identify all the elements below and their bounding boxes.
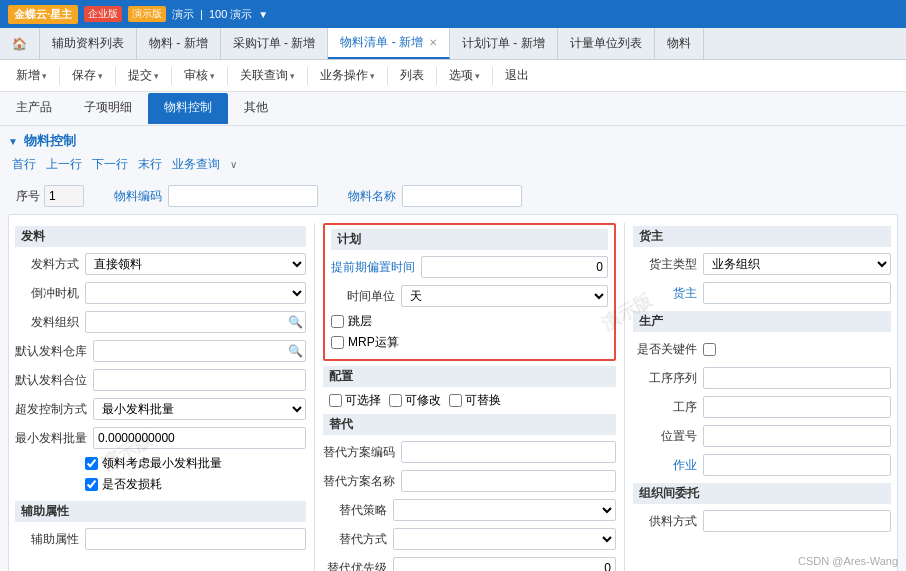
time-unit-select[interactable]: 天 (401, 285, 608, 307)
advance-period-input[interactable] (421, 256, 608, 278)
alt-priority-input[interactable] (393, 557, 616, 571)
modifiable-checkbox[interactable] (389, 394, 402, 407)
tab-purchase-new[interactable]: 采购订单 - 新增 (221, 28, 329, 59)
is-key-part-checkbox[interactable] (703, 343, 716, 356)
replaceable-label[interactable]: 可替换 (465, 392, 501, 409)
aux-input[interactable] (85, 528, 306, 550)
issue-method-select[interactable]: 直接领料 (85, 253, 306, 275)
supply-method-input[interactable] (703, 510, 891, 532)
default-bin-input[interactable] (93, 369, 306, 391)
issue-section-header: 发料 (15, 226, 306, 247)
sep-8 (492, 67, 493, 85)
top-header-area: 序号 物料编码 物料名称 (8, 181, 898, 211)
alt-code-input[interactable] (401, 441, 616, 463)
issue-org-search-icon[interactable]: 🔍 (285, 312, 305, 332)
is-issue-loss-checkbox[interactable] (85, 478, 98, 491)
issue-org-input-wrapper: 🔍 (85, 311, 306, 333)
biz-op-button[interactable]: 业务操作 ▾ (312, 63, 383, 88)
plan-section: 计划 提前期偏置时间 时间单位 天 跳层 (323, 223, 616, 361)
material-name-input[interactable] (402, 185, 522, 207)
top-bar-count-val: 100 演示 (209, 7, 252, 22)
tab-material-new[interactable]: 物料 - 新增 (137, 28, 221, 59)
alt-strategy-select[interactable] (393, 499, 616, 521)
save-button[interactable]: 保存 ▾ (64, 63, 111, 88)
modifiable-label[interactable]: 可修改 (405, 392, 441, 409)
tab-bom-close-icon[interactable]: ✕ (429, 37, 437, 48)
supplier-type-row: 货主类型 业务组织 (633, 252, 891, 276)
issue-org-label: 发料组织 (15, 314, 85, 331)
process-input[interactable] (703, 396, 891, 418)
task-input[interactable] (703, 454, 891, 476)
skip-level-label[interactable]: 跳层 (348, 313, 372, 330)
nav-last-row[interactable]: 末行 (138, 156, 162, 173)
consider-min-qty-checkbox[interactable] (85, 457, 98, 470)
tab-purchase-new-label: 采购订单 - 新增 (233, 35, 316, 52)
biz-op-arrow-icon: ▾ (370, 71, 375, 81)
skip-level-checkbox[interactable] (331, 315, 344, 328)
tab-other[interactable]: 其他 (228, 93, 284, 124)
related-query-arrow-icon: ▾ (290, 71, 295, 81)
selectable-checkbox[interactable] (329, 394, 342, 407)
consider-min-qty-label[interactable]: 领料考虑最小发料批量 (102, 455, 222, 472)
mrp-calc-checkbox[interactable] (331, 336, 344, 349)
replaceable-checkbox[interactable] (449, 394, 462, 407)
tab-sub-detail[interactable]: 子项明细 (68, 93, 148, 124)
min-qty-value: 0.0000000000 (93, 427, 306, 449)
tab-material[interactable]: 物料 (655, 28, 704, 59)
is-key-part-label: 是否关键件 (633, 341, 703, 358)
exit-button[interactable]: 退出 (497, 63, 537, 88)
alt-method-select[interactable] (393, 528, 616, 550)
tab-bom-new[interactable]: 物料清单 - 新增 ✕ (328, 28, 450, 59)
process-seq-row: 工序序列 (633, 366, 891, 390)
aux-section-header: 辅助属性 (15, 501, 306, 522)
alt-name-input[interactable] (401, 470, 616, 492)
right-panel: 货主 货主类型 业务组织 货主 生产 是否关键件 工序序 (625, 223, 891, 571)
add-arrow-icon: ▾ (42, 71, 47, 81)
process-seq-input[interactable] (703, 367, 891, 389)
tab-main-product-label: 主产品 (16, 100, 52, 114)
tab-uom-list[interactable]: 计量单位列表 (558, 28, 655, 59)
sep-3 (171, 67, 172, 85)
is-key-part-row: 是否关键件 (633, 337, 891, 361)
top-bar-dropdown-icon[interactable]: ▼ (258, 9, 268, 20)
advance-period-row: 提前期偏置时间 (331, 255, 608, 279)
tab-home[interactable]: 🏠 (0, 28, 40, 59)
material-code-input[interactable] (168, 185, 318, 207)
alt-code-label: 替代方案编码 (323, 444, 401, 461)
position-num-input[interactable] (703, 425, 891, 447)
tab-main-product[interactable]: 主产品 (0, 93, 68, 124)
tab-plan-new[interactable]: 计划订单 - 新增 (450, 28, 558, 59)
supplier-input[interactable] (703, 282, 891, 304)
nav-next-row[interactable]: 下一行 (92, 156, 128, 173)
options-button[interactable]: 选项 ▾ (441, 63, 488, 88)
list-button[interactable]: 列表 (392, 63, 432, 88)
nav-biz-query[interactable]: 业务查询 (172, 156, 220, 173)
tab-material-control[interactable]: 物料控制 (148, 93, 228, 124)
related-query-button[interactable]: 关联查询 ▾ (232, 63, 303, 88)
sep-1 (59, 67, 60, 85)
is-issue-loss-label[interactable]: 是否发损耗 (102, 476, 162, 493)
supplier-type-select[interactable]: 业务组织 (703, 253, 891, 275)
nav-first-row[interactable]: 首行 (12, 156, 36, 173)
over-issue-method-select[interactable]: 最小发料批量 (93, 398, 306, 420)
seq-input[interactable] (44, 185, 84, 207)
sub-tabs: 主产品 子项明细 物料控制 其他 (0, 92, 906, 126)
nav-prev-row[interactable]: 上一行 (46, 156, 82, 173)
nav-biz-query-arrow-icon: ∨ (230, 159, 237, 170)
add-button[interactable]: 新增 ▾ (8, 63, 55, 88)
skip-level-row: 跳层 (331, 313, 608, 330)
selectable-label[interactable]: 可选择 (345, 392, 381, 409)
default-warehouse-search-icon[interactable]: 🔍 (285, 341, 305, 361)
plan-section-header: 计划 (331, 229, 608, 250)
alt-strategy-row: 替代策略 (323, 498, 616, 522)
issue-org-input[interactable] (86, 312, 285, 332)
left-panel: 发料 发料方式 直接领料 倒冲时机 发料组织 (15, 223, 315, 571)
backflush-timing-select[interactable] (85, 282, 306, 304)
mrp-calc-label[interactable]: MRP运算 (348, 334, 399, 351)
related-query-label: 关联查询 (240, 67, 288, 84)
default-warehouse-input[interactable] (94, 341, 285, 361)
sep-4 (227, 67, 228, 85)
review-button[interactable]: 审核 ▾ (176, 63, 223, 88)
submit-button[interactable]: 提交 ▾ (120, 63, 167, 88)
tab-aux-list[interactable]: 辅助资料列表 (40, 28, 137, 59)
